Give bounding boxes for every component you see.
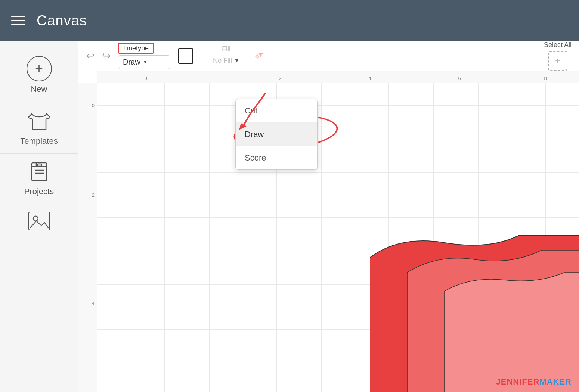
canvas-art xyxy=(370,235,579,392)
grid-canvas[interactable]: 0 2 4 6 8 0 2 4 xyxy=(78,71,579,392)
redo-button[interactable]: ↪ xyxy=(102,50,111,62)
linetype-container: Linetype Draw ▼ xyxy=(118,43,170,69)
ruler-mark-6: 6 xyxy=(458,75,461,81)
linetype-score-label: Score xyxy=(245,153,266,162)
app-header: Canvas xyxy=(0,0,579,41)
svg-point-6 xyxy=(33,216,38,221)
hamburger-menu-button[interactable] xyxy=(11,16,25,25)
undo-button[interactable]: ↩ xyxy=(86,50,95,62)
select-all-button[interactable]: + xyxy=(548,51,567,71)
ruler-mark-2: 2 xyxy=(279,75,281,81)
sidebar-item-images[interactable] xyxy=(0,204,78,238)
linetype-value: Draw xyxy=(123,58,140,66)
pen-icon: ✏ xyxy=(253,48,266,63)
fill-dropdown[interactable]: No Fill ▼ xyxy=(208,55,244,67)
watermark-jennifer: JENNIFER xyxy=(496,377,540,386)
sidebar-label-projects: Projects xyxy=(24,187,54,196)
select-all-label: Select All xyxy=(544,41,572,49)
sidebar-label-new: New xyxy=(31,84,47,94)
ruler-mark-0: 0 xyxy=(144,75,147,81)
hamburger-line xyxy=(11,24,25,25)
toolbar: ↩ ↪ Linetype Draw ▼ Fill No Fill ▼ xyxy=(78,41,579,71)
main-layout: + New Templates xyxy=(0,41,579,392)
ruler-v-2: 2 xyxy=(92,192,95,198)
linetype-dropdown[interactable]: Draw ▼ xyxy=(118,55,170,69)
images-icon xyxy=(28,212,50,230)
linetype-draw-label: Draw xyxy=(245,130,264,139)
select-all-section: Select All + xyxy=(544,41,572,71)
page-title: Canvas xyxy=(37,13,87,29)
linetype-menu: Cut Draw Score xyxy=(235,99,318,170)
color-swatch[interactable] xyxy=(178,48,193,64)
fill-label: Fill xyxy=(222,45,230,53)
svg-rect-3 xyxy=(38,164,41,166)
notebook-icon xyxy=(29,161,50,184)
svg-rect-0 xyxy=(32,163,47,181)
sidebar: + New Templates xyxy=(0,41,78,392)
ruler-top: 0 2 4 6 8 xyxy=(97,71,579,83)
sidebar-item-templates[interactable]: Templates xyxy=(0,102,78,154)
sidebar-item-new[interactable]: + New xyxy=(0,49,78,102)
ruler-left: 0 2 4 xyxy=(78,83,97,392)
fill-section: Fill No Fill ▼ xyxy=(208,45,244,67)
fill-chevron-icon: ▼ xyxy=(234,57,239,63)
linetype-option-score[interactable]: Score xyxy=(236,146,317,169)
ruler-v-4: 4 xyxy=(92,301,95,306)
ruler-mark-8: 8 xyxy=(544,75,547,81)
linetype-cut-label: Cut xyxy=(245,106,257,115)
watermark-maker: MAKER xyxy=(539,377,572,386)
sidebar-label-templates: Templates xyxy=(20,136,58,146)
hamburger-line xyxy=(11,16,25,17)
ruler-mark-4: 4 xyxy=(368,75,371,81)
plus-circle-icon: + xyxy=(27,56,52,81)
tshirt-icon xyxy=(28,109,50,133)
linetype-option-cut[interactable]: Cut xyxy=(236,99,317,123)
fill-value: No Fill xyxy=(213,57,232,65)
linetype-label: Linetype xyxy=(118,43,154,54)
linetype-option-draw[interactable]: Draw xyxy=(236,123,317,146)
hamburger-line xyxy=(11,20,25,21)
plus-icon: + xyxy=(555,56,560,66)
watermark: JENNIFERMAKER xyxy=(496,377,572,387)
ruler-v-0: 0 xyxy=(92,103,95,108)
chevron-down-icon: ▼ xyxy=(143,59,148,65)
canvas-area: ↩ ↪ Linetype Draw ▼ Fill No Fill ▼ xyxy=(78,41,579,392)
sidebar-item-projects[interactable]: Projects xyxy=(0,154,78,204)
